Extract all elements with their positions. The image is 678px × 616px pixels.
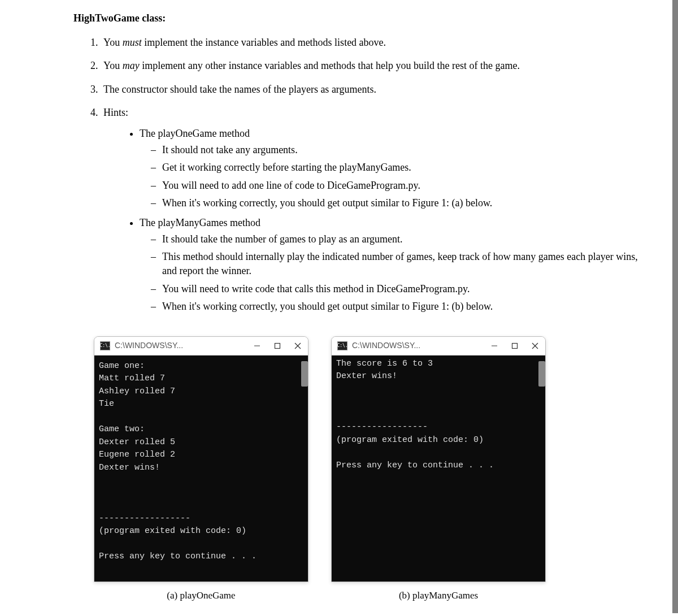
- bullet-playmanygames-label: The playManyGames method: [140, 217, 260, 228]
- bullet-playonegame: The playOneGame method It should not tak…: [140, 127, 644, 210]
- hint-bullet-list: The playOneGame method It should not tak…: [103, 127, 644, 314]
- close-icon: [294, 342, 301, 349]
- figure-a: C:\. C:\WINDOWS\SY... Game one: Matt rol…: [94, 336, 308, 602]
- console-titlebar-b[interactable]: C:\. C:\WINDOWS\SY...: [332, 337, 545, 355]
- maximize-icon: [511, 342, 518, 349]
- maximize-button[interactable]: [510, 341, 519, 350]
- dash-item: This method should internally play the i…: [162, 250, 644, 278]
- dash-item: When it's working correctly, you should …: [162, 300, 644, 314]
- figure-caption-a: (a) playOneGame: [94, 589, 308, 602]
- console-body-b: The score is 6 to 3 Dexter wins! -------…: [332, 355, 545, 582]
- svg-rect-1: [275, 343, 280, 348]
- console-scrollbar-a[interactable]: [301, 361, 308, 387]
- dash-item: You will need to write code that calls t…: [162, 282, 644, 296]
- close-icon: [532, 342, 538, 349]
- minimize-button[interactable]: [490, 341, 499, 350]
- console-scrollbar-b[interactable]: [538, 361, 545, 387]
- bullet-playmanygames: The playManyGames method It should take …: [140, 216, 644, 314]
- list-item-1-emph: must: [123, 37, 142, 48]
- heading-prefix: HighTwoGame class: [73, 12, 162, 24]
- list-item-3: The constructor should take the names of…: [101, 83, 644, 97]
- playmanygames-dash-list: It should take the number of games to pl…: [140, 232, 644, 314]
- list-item-2-a: You: [103, 60, 123, 71]
- console-titlebar-a[interactable]: C:\. C:\WINDOWS\SY...: [94, 337, 308, 355]
- console-title-b: C:\WINDOWS\SY...: [352, 340, 490, 352]
- list-item-2: You may implement any other instance var…: [101, 59, 644, 73]
- maximize-button[interactable]: [273, 341, 282, 350]
- svg-rect-5: [512, 343, 518, 348]
- list-item-1-a: You: [103, 37, 123, 48]
- heading: HighTwoGame class:: [73, 11, 644, 25]
- figure-caption-b: (b) playManyGames: [331, 589, 546, 602]
- list-item-1: You must implement the instance variable…: [101, 36, 644, 50]
- playonegame-dash-list: It should not take any arguments. Get it…: [140, 143, 644, 210]
- minimize-icon: [491, 342, 498, 349]
- list-item-4-label: Hints:: [103, 107, 128, 118]
- dash-item: Get it working correctly before starting…: [162, 160, 644, 175]
- window-controls-a: [253, 341, 302, 350]
- list-item-1-b: implement the instance variables and met…: [142, 37, 386, 48]
- minimize-icon: [254, 342, 260, 349]
- figure-b: C:\. C:\WINDOWS\SY... The score is 6 to …: [331, 336, 546, 602]
- dash-item: It should not take any arguments.: [162, 143, 644, 157]
- page-scrollbar[interactable]: [672, 0, 678, 613]
- cmd-icon: C:\.: [100, 341, 110, 350]
- console-title-a: C:\WINDOWS\SY...: [115, 340, 253, 352]
- heading-suffix: :: [162, 12, 166, 24]
- cmd-icon: C:\.: [337, 341, 347, 350]
- console-window-b: C:\. C:\WINDOWS\SY... The score is 6 to …: [331, 336, 546, 582]
- close-button[interactable]: [293, 341, 302, 350]
- console-window-a: C:\. C:\WINDOWS\SY... Game one: Matt rol…: [94, 336, 308, 582]
- window-controls-b: [490, 341, 540, 350]
- dash-item: You will need to add one line of code to…: [162, 179, 644, 193]
- dash-item: When it's working correctly, you should …: [162, 196, 644, 210]
- figures-row: C:\. C:\WINDOWS\SY... Game one: Matt rol…: [73, 336, 644, 602]
- minimize-button[interactable]: [253, 341, 262, 350]
- list-item-2-b: implement any other instance variables a…: [140, 60, 520, 71]
- maximize-icon: [274, 342, 281, 349]
- bullet-playonegame-label: The playOneGame method: [140, 128, 250, 139]
- dash-item: It should take the number of games to pl…: [162, 232, 644, 246]
- console-body-a: Game one: Matt rolled 7 Ashley rolled 7 …: [94, 355, 308, 582]
- close-button[interactable]: [531, 341, 540, 350]
- list-item-2-emph: may: [123, 60, 140, 71]
- ordered-list: You must implement the instance variable…: [73, 36, 644, 314]
- list-item-4: Hints: The playOneGame method It should …: [101, 106, 644, 314]
